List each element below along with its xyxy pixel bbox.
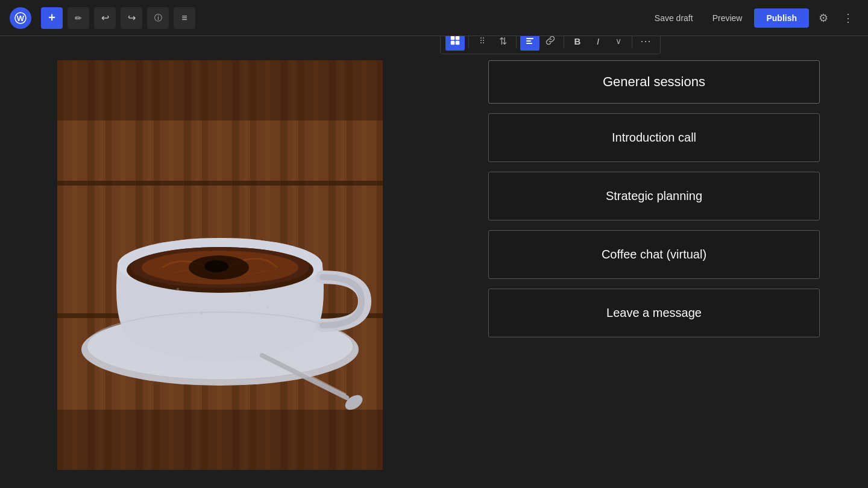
svg-rect-39	[526, 38, 533, 39]
preview-button[interactable]: Preview	[705, 8, 750, 28]
svg-rect-33	[480, 37, 482, 39]
redo-icon: ↪	[128, 12, 136, 23]
link-icon	[546, 36, 555, 47]
redo-button[interactable]: ↪	[121, 7, 142, 29]
add-block-button[interactable]: +	[41, 7, 63, 29]
svg-rect-36	[483, 40, 484, 41]
settings-button[interactable]: ⚙	[814, 7, 833, 30]
svg-rect-28	[57, 410, 383, 470]
top-toolbar: W + ✏ ↩ ↪ ⓘ ≡ Save draft Preview Publish…	[0, 0, 868, 36]
svg-rect-31	[451, 41, 454, 45]
undo-button[interactable]: ↩	[94, 7, 116, 29]
svg-rect-38	[483, 42, 484, 43]
list-icon: ≡	[181, 13, 187, 23]
introduction-call-button[interactable]: Introduction call	[488, 113, 820, 162]
svg-rect-37	[480, 42, 482, 43]
save-draft-button[interactable]: Save draft	[647, 8, 700, 28]
right-panel: ⇅	[440, 36, 868, 488]
svg-rect-35	[480, 40, 482, 41]
svg-rect-41	[526, 43, 532, 44]
svg-point-23	[177, 288, 179, 290]
toolbar-right: Save draft Preview Publish ⚙ ⋮	[647, 7, 858, 30]
italic-icon: I	[597, 36, 599, 46]
info-icon: ⓘ	[154, 13, 162, 23]
pen-icon: ✏	[75, 13, 82, 23]
svg-rect-27	[57, 60, 383, 120]
gear-icon: ⚙	[819, 11, 828, 25]
drag-icon	[477, 36, 487, 47]
undo-icon: ↩	[101, 12, 109, 23]
info-button[interactable]: ⓘ	[147, 7, 169, 29]
more-options-button[interactable]: ⋮	[838, 7, 858, 30]
svg-rect-40	[526, 40, 531, 42]
svg-rect-34	[483, 37, 484, 39]
svg-point-26	[268, 307, 269, 308]
chevron-down-icon: ∨	[615, 36, 621, 46]
align-icon	[525, 36, 535, 47]
strategic-planning-button[interactable]: Strategic planning	[488, 172, 820, 221]
svg-rect-32	[456, 41, 459, 45]
pen-tool-button[interactable]: ✏	[68, 7, 89, 29]
coffee-chat-button[interactable]: Coffee chat (virtual)	[488, 230, 820, 279]
svg-point-24	[250, 295, 251, 296]
bold-icon: B	[574, 36, 581, 46]
svg-rect-9	[57, 181, 383, 186]
svg-point-25	[201, 312, 203, 314]
more-vertical-icon: ⋮	[843, 11, 854, 25]
block-type-icon	[450, 35, 461, 48]
leave-message-button[interactable]: Leave a message	[488, 289, 820, 337]
svg-rect-30	[456, 36, 459, 40]
wordpress-logo[interactable]: W	[10, 7, 31, 29]
move-arrows-icon: ⇅	[499, 36, 507, 47]
publish-button[interactable]: Publish	[754, 8, 809, 28]
list-view-button[interactable]: ≡	[174, 7, 195, 29]
left-panel	[0, 36, 440, 488]
coffee-image	[57, 60, 383, 470]
svg-text:W: W	[17, 14, 25, 23]
svg-point-20	[204, 260, 228, 272]
general-sessions-button[interactable]: General sessions	[488, 60, 820, 104]
main-content: ⇅	[0, 36, 868, 488]
more-horizontal-icon: ⋯	[640, 34, 651, 48]
svg-rect-29	[451, 36, 454, 40]
